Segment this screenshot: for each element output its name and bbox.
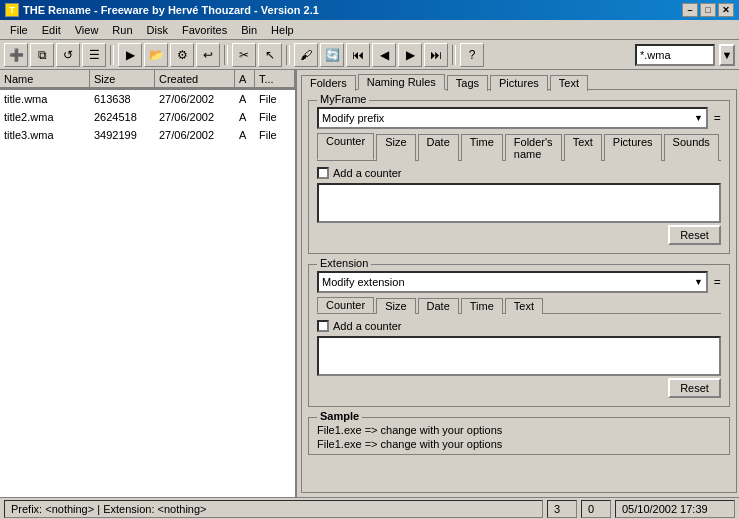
cell-created: 27/06/2002: [155, 110, 235, 124]
col-header-size[interactable]: Size: [90, 70, 155, 89]
myframe-eq-sign: =: [714, 111, 721, 125]
myframe-dropdown-value: Modify prefix: [322, 112, 384, 124]
cell-a: A: [235, 110, 255, 124]
maximize-button[interactable]: □: [700, 3, 716, 17]
toolbar-right: ▼: [635, 44, 735, 66]
refresh-btn[interactable]: ↺: [56, 43, 80, 67]
table-row[interactable]: title2.wma 2624518 27/06/2002 A File: [0, 108, 295, 126]
extension-dropdown-value: Modify extension: [322, 276, 405, 288]
titlebar-buttons[interactable]: – □ ✕: [682, 3, 734, 17]
menu-bin[interactable]: Bin: [235, 23, 263, 37]
status-num1: 3: [547, 500, 577, 518]
menu-run[interactable]: Run: [106, 23, 138, 37]
ext-subtab-text[interactable]: Text: [505, 298, 543, 314]
toolbar: ➕ ⧉ ↺ ☰ ▶ 📂 ⚙ ↩ ✂ ↖ 🖌 🔄 ⏮ ◀ ▶ ⏭ ? ▼: [0, 40, 739, 70]
table-row[interactable]: title.wma 613638 27/06/2002 A File: [0, 90, 295, 108]
menu-view[interactable]: View: [69, 23, 105, 37]
menu-edit[interactable]: Edit: [36, 23, 67, 37]
col-header-created[interactable]: Created: [155, 70, 235, 89]
subtab-size[interactable]: Size: [376, 134, 415, 161]
rotate-btn[interactable]: 🔄: [320, 43, 344, 67]
extension-checkbox-row: Add a counter: [317, 320, 721, 332]
ext-add-counter-checkbox[interactable]: [317, 320, 329, 332]
myframe-reset-button[interactable]: Reset: [668, 225, 721, 245]
cell-type: File: [255, 128, 295, 142]
col-header-type[interactable]: T...: [255, 70, 295, 89]
sep4: [452, 45, 456, 65]
col-header-a[interactable]: A: [235, 70, 255, 89]
cut-btn[interactable]: ✂: [232, 43, 256, 67]
extension-dropdown-row: Modify extension ▼ =: [317, 271, 721, 293]
play-btn[interactable]: ▶: [118, 43, 142, 67]
status-datetime: 05/10/2002 17:39: [615, 500, 735, 518]
file-list: title.wma 613638 27/06/2002 A File title…: [0, 90, 295, 497]
subtab-counter[interactable]: Counter: [317, 133, 374, 160]
forward-btn[interactable]: ▶: [398, 43, 422, 67]
app-icon: T: [5, 3, 19, 17]
menu-file[interactable]: File: [4, 23, 34, 37]
extension-reset-button[interactable]: Reset: [668, 378, 721, 398]
ext-subtab-counter[interactable]: Counter: [317, 297, 374, 313]
tab-folders[interactable]: Folders: [301, 75, 356, 91]
col-header-name[interactable]: Name: [0, 70, 90, 89]
myframe-dropdown[interactable]: Modify prefix ▼: [317, 107, 708, 129]
sample-box: Sample File1.exe => change with your opt…: [308, 417, 730, 455]
cell-size: 613638: [90, 92, 155, 106]
tab-tags[interactable]: Tags: [447, 75, 488, 91]
new-btn[interactable]: ➕: [4, 43, 28, 67]
cell-created: 27/06/2002: [155, 92, 235, 106]
myframe-reset-row: Reset: [317, 225, 721, 245]
right-pane: Folders Naming Rules Tags Pictures Text …: [297, 70, 739, 497]
cell-name: title.wma: [0, 92, 90, 106]
back-btn[interactable]: ◀: [372, 43, 396, 67]
prev-btn[interactable]: ⏮: [346, 43, 370, 67]
subtab-sounds[interactable]: Sounds: [664, 134, 719, 161]
cell-created: 27/06/2002: [155, 128, 235, 142]
paint-btn[interactable]: 🖌: [294, 43, 318, 67]
options-btn[interactable]: ⚙: [170, 43, 194, 67]
ext-subtab-date[interactable]: Date: [418, 298, 459, 314]
myframe-checkbox-row: Add a counter: [317, 167, 721, 179]
filter-dropdown-btn[interactable]: ▼: [719, 44, 735, 66]
undo-btn[interactable]: ↩: [196, 43, 220, 67]
menu-favorites[interactable]: Favorites: [176, 23, 233, 37]
help-btn[interactable]: ?: [460, 43, 484, 67]
extension-dropdown[interactable]: Modify extension ▼: [317, 271, 708, 293]
cell-name: title2.wma: [0, 110, 90, 124]
main-tab-bar: Folders Naming Rules Tags Pictures Text: [301, 74, 737, 90]
tab-naming-rules[interactable]: Naming Rules: [358, 74, 445, 90]
myframe-dropdown-row: Modify prefix ▼ =: [317, 107, 721, 129]
copy-btn[interactable]: ⧉: [30, 43, 54, 67]
cell-size: 2624518: [90, 110, 155, 124]
cell-type: File: [255, 110, 295, 124]
menu-disk[interactable]: Disk: [141, 23, 174, 37]
ext-add-counter-label: Add a counter: [333, 320, 402, 332]
subtab-date[interactable]: Date: [418, 134, 459, 161]
myframe-title: MyFrame: [317, 93, 369, 105]
extension-content-area: [317, 336, 721, 376]
list-btn[interactable]: ☰: [82, 43, 106, 67]
table-row[interactable]: title3.wma 3492199 27/06/2002 A File: [0, 126, 295, 144]
subtab-text[interactable]: Text: [564, 134, 602, 161]
subtab-foldername[interactable]: Folder's name: [505, 134, 562, 161]
extension-group: Extension Modify extension ▼ = Counter S…: [308, 264, 730, 407]
cursor-btn[interactable]: ↖: [258, 43, 282, 67]
close-button[interactable]: ✕: [718, 3, 734, 17]
ext-subtab-size[interactable]: Size: [376, 298, 415, 314]
myframe-dropdown-arrow: ▼: [694, 113, 703, 123]
myframe-group: MyFrame Modify prefix ▼ = Counter Size D…: [308, 100, 730, 254]
tab-text[interactable]: Text: [550, 75, 588, 91]
tab-pictures[interactable]: Pictures: [490, 75, 548, 91]
add-counter-checkbox[interactable]: [317, 167, 329, 179]
open-btn[interactable]: 📂: [144, 43, 168, 67]
cell-size: 3492199: [90, 128, 155, 142]
titlebar-left: T THE Rename - Freeware by Hervé Thouzar…: [5, 3, 319, 17]
menu-help[interactable]: Help: [265, 23, 300, 37]
next-btn[interactable]: ⏭: [424, 43, 448, 67]
filter-input[interactable]: [635, 44, 715, 66]
minimize-button[interactable]: –: [682, 3, 698, 17]
subtab-pictures[interactable]: Pictures: [604, 134, 662, 161]
cell-a: A: [235, 92, 255, 106]
ext-subtab-time[interactable]: Time: [461, 298, 503, 314]
subtab-time[interactable]: Time: [461, 134, 503, 161]
